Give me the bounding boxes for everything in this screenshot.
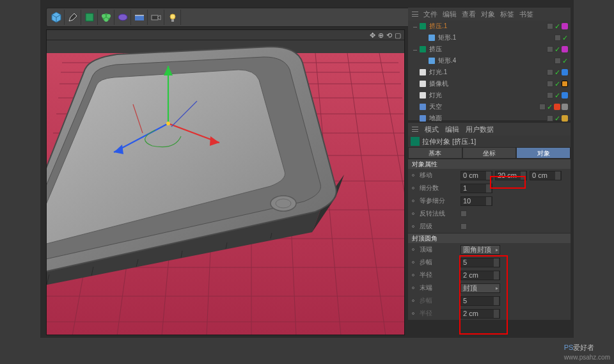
tab-coord[interactable]: 坐标 — [462, 147, 517, 159]
tree-item[interactable]: 矩形.1✓ — [408, 32, 571, 44]
label-flip: 反转法线 — [420, 209, 458, 218]
om-menu-file[interactable]: 文件 — [423, 10, 437, 19]
label-steps2: 步幅 — [420, 296, 458, 305]
input-move-z[interactable]: 0 cm — [530, 171, 562, 180]
input-steps2: 5 — [460, 296, 500, 306]
object-manager-menu: 文件 编辑 查看 对象 标签 书签 — [408, 8, 571, 20]
anim-dot-icon[interactable] — [412, 274, 414, 276]
vp-max-icon[interactable]: ▢ — [395, 31, 402, 38]
input-steps1[interactable]: 5 — [460, 258, 500, 267]
svg-rect-7 — [152, 15, 158, 20]
svg-rect-0 — [86, 13, 93, 21]
generator-tool[interactable] — [98, 10, 114, 25]
input-radius2: 2 cm — [460, 309, 500, 319]
section-object-props: 对象属性 — [408, 159, 571, 169]
label-start-cap: 顶端 — [420, 245, 458, 254]
vp-nav-icon[interactable]: ✥ — [370, 31, 377, 38]
environment-tool[interactable] — [131, 10, 148, 25]
om-menu-bookmarks[interactable]: 书签 — [519, 10, 533, 19]
attribute-title-text: 拉伸对象 [挤压.1] — [422, 137, 476, 146]
anim-dot-icon[interactable] — [412, 174, 414, 177]
viewport-perspective[interactable]: ✥ ⊕ ⟲ ▢ — [46, 29, 405, 335]
select-start-cap[interactable]: 圆角封顶▸ — [460, 245, 500, 255]
menu-icon[interactable] — [412, 12, 418, 17]
label-steps1: 步幅 — [420, 258, 458, 267]
attribute-menu: 模式 编辑 用户数据 — [408, 123, 571, 136]
anim-dot-icon[interactable] — [412, 225, 414, 228]
viewport-scene[interactable] — [47, 40, 404, 335]
svg-point-3 — [107, 14, 111, 18]
label-iso: 等参细分 — [420, 196, 458, 205]
om-menu-tags[interactable]: 标签 — [500, 10, 514, 19]
label-radius1: 半径 — [420, 271, 458, 280]
anim-dot-icon[interactable] — [412, 187, 414, 189]
label-end-cap: 末端 — [420, 283, 458, 292]
anim-dot-icon[interactable] — [412, 248, 414, 251]
svg-point-5 — [118, 14, 127, 20]
extrude-icon — [411, 137, 420, 146]
label-hierarchy: 层级 — [420, 222, 458, 231]
attr-menu-mode[interactable]: 模式 — [425, 125, 439, 134]
tree-item[interactable]: 摄像机✓ — [408, 78, 571, 90]
viewport-header: ✥ ⊕ ⟲ ▢ — [47, 30, 404, 40]
camera-tool[interactable] — [148, 10, 164, 25]
svg-point-8 — [170, 14, 175, 19]
input-radius1[interactable]: 2 cm — [460, 271, 500, 280]
attribute-title: 拉伸对象 [挤压.1] — [408, 136, 571, 147]
label-subdiv: 细分数 — [420, 184, 458, 193]
object-manager-tree[interactable]: –挤压.1✓矩形.1✓–挤压✓矩形.4✓灯光.1✓摄像机✓灯光✓天空✓地面✓ — [408, 20, 571, 120]
svg-rect-9 — [171, 19, 174, 22]
label-move: 移动 — [420, 171, 458, 180]
watermark: PS爱好者 www.psahz.com — [564, 343, 610, 361]
vp-rotate-icon[interactable]: ⟲ — [386, 31, 393, 38]
select-end-cap[interactable]: 封顶▸ — [460, 283, 500, 293]
tree-item[interactable]: –挤压.1✓ — [408, 20, 571, 32]
label-radius2: 半径 — [420, 309, 458, 318]
primitive-toolbar — [46, 8, 449, 27]
om-menu-edit[interactable]: 编辑 — [443, 10, 457, 19]
tab-basic[interactable]: 基本 — [408, 147, 462, 159]
om-menu-object[interactable]: 对象 — [481, 10, 495, 19]
section-caps: 封顶圆角 — [408, 233, 571, 243]
tree-item[interactable]: –挤压✓ — [408, 44, 571, 55]
attr-menu-edit[interactable]: 编辑 — [445, 125, 459, 134]
svg-point-4 — [104, 18, 108, 22]
tree-item[interactable]: 天空✓ — [408, 101, 571, 113]
svg-point-36 — [271, 196, 296, 211]
deformer-tool[interactable] — [114, 10, 131, 25]
vp-zoom-icon[interactable]: ⊕ — [378, 31, 385, 38]
checkbox-flip[interactable] — [460, 210, 467, 217]
anim-dot-icon[interactable] — [412, 200, 414, 202]
om-menu-view[interactable]: 查看 — [462, 10, 476, 19]
svg-point-51 — [166, 122, 170, 125]
cube-tool[interactable] — [48, 10, 65, 25]
attr-menu-userdata[interactable]: 用户数据 — [466, 125, 494, 134]
nurbs-tool[interactable] — [81, 10, 98, 25]
input-subdiv[interactable]: 1 — [460, 184, 492, 193]
anim-dot-icon[interactable] — [412, 261, 414, 264]
svg-rect-6 — [135, 15, 144, 20]
tree-item[interactable]: 灯光.1✓ — [408, 67, 571, 78]
tree-item[interactable]: 矩形.4✓ — [408, 55, 571, 67]
input-iso[interactable]: 10 — [460, 196, 492, 206]
menu-icon[interactable] — [412, 127, 418, 132]
tree-item[interactable]: 地面✓ — [408, 113, 571, 124]
svg-point-2 — [102, 14, 106, 18]
input-move-x[interactable]: 0 cm — [460, 171, 492, 180]
anim-dot-icon[interactable] — [412, 299, 414, 302]
pen-tool[interactable] — [65, 10, 81, 25]
input-move-y[interactable]: 20 cm — [495, 171, 527, 180]
tab-object[interactable]: 对象 — [516, 147, 571, 159]
light-tool[interactable] — [164, 10, 181, 25]
anim-dot-icon[interactable] — [412, 312, 414, 315]
anim-dot-icon[interactable] — [412, 212, 414, 215]
tree-item[interactable]: 灯光✓ — [408, 90, 571, 101]
anim-dot-icon[interactable] — [412, 287, 414, 289]
checkbox-hierarchy[interactable] — [460, 223, 467, 230]
